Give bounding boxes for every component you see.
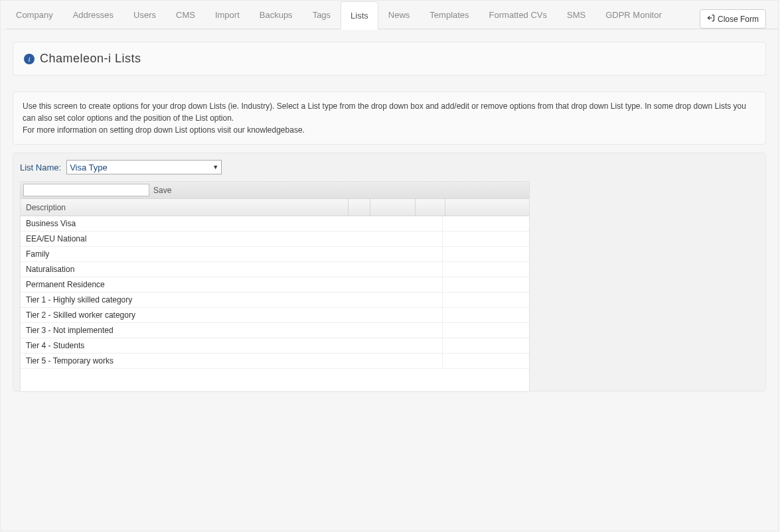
tab-label: Lists [351, 11, 368, 21]
tab-backups[interactable]: Backups [250, 1, 303, 29]
chevron-down-icon: ▼ [212, 164, 218, 170]
tab-label: Templates [429, 10, 469, 20]
list-name-value: Visa Type [70, 163, 108, 172]
table-row[interactable]: Family [21, 247, 529, 262]
tab-users[interactable]: Users [123, 1, 166, 29]
data-rows-container: Business VisaEEA/EU NationalFamilyNatura… [21, 216, 529, 369]
table-row[interactable]: Naturalisation [21, 262, 529, 277]
table-row[interactable]: Tier 1 - Highly skilled category [21, 293, 529, 308]
tab-label: Import [215, 10, 240, 20]
table-row[interactable]: Tier 3 - Not implemented [21, 323, 529, 338]
list-name-label: List Name: [20, 163, 61, 172]
page-title: Chameleon-i Lists [40, 52, 141, 66]
table-row[interactable]: Tier 2 - Skilled worker category [21, 308, 529, 323]
tab-gdpr-monitor[interactable]: GDPR Monitor [595, 1, 672, 29]
tab-formatted-cvs[interactable]: Formatted CVs [479, 1, 557, 29]
table-row[interactable]: EEA/EU National [21, 232, 529, 247]
tab-tags[interactable]: Tags [303, 1, 341, 29]
tab-label: GDPR Monitor [605, 10, 662, 20]
tab-addresses[interactable]: Addresses [63, 1, 123, 29]
column-header-blank-2[interactable] [370, 199, 416, 216]
description-cell: Tier 3 - Not implemented [21, 323, 443, 338]
grid-toolbar: Save [21, 182, 529, 199]
tab-label: Company [16, 10, 53, 20]
table-row[interactable]: Business Visa [21, 216, 529, 232]
tab-cms[interactable]: CMS [166, 1, 205, 29]
list-name-select[interactable]: Visa Type ▼ [66, 160, 222, 174]
content-panel: List Name: Visa Type ▼ Save Description … [13, 153, 766, 391]
column-header-blank-3[interactable] [416, 199, 445, 216]
tab-sms[interactable]: SMS [557, 1, 595, 29]
description-cell: Tier 2 - Skilled worker category [21, 308, 443, 322]
table-row[interactable]: Permanent Residence [21, 277, 529, 293]
column-header-row: Description [21, 199, 529, 216]
description-cell: Family [21, 247, 443, 261]
description-cell: EEA/EU National [21, 232, 443, 246]
tab-news[interactable]: News [378, 1, 420, 29]
description-cell: Naturalisation [21, 262, 443, 277]
save-button[interactable]: Save [153, 186, 171, 195]
tab-label: CMS [176, 10, 195, 20]
logout-icon [707, 14, 715, 24]
close-form-button[interactable]: Close Form [700, 9, 766, 29]
page-title-panel: i Chameleon-i Lists [13, 42, 766, 76]
description-cell: Tier 4 - Students [21, 338, 443, 353]
description-cell: Permanent Residence [21, 277, 443, 292]
tab-company[interactable]: Company [6, 1, 63, 29]
tab-label: Tags [313, 10, 331, 20]
description-cell: Tier 1 - Highly skilled category [21, 293, 443, 307]
close-form-label: Close Form [718, 15, 759, 24]
column-header-description[interactable]: Description [21, 199, 349, 216]
intro-text-line2: For more information on setting drop dow… [23, 124, 756, 136]
tab-label: Addresses [73, 10, 114, 20]
description-cell: Business Visa [21, 216, 443, 231]
tab-label: News [388, 10, 410, 20]
info-icon: i [24, 54, 35, 64]
tab-templates[interactable]: Templates [420, 1, 479, 29]
column-header-blank-1[interactable] [349, 199, 370, 216]
intro-text-line1: Use this screen to create options for yo… [23, 100, 756, 124]
tab-import[interactable]: Import [205, 1, 250, 29]
list-grid: Save Description Business VisaEEA/EU Nat… [20, 181, 530, 392]
tab-label: Users [133, 10, 156, 20]
table-row[interactable]: Tier 4 - Students [21, 338, 529, 354]
new-item-input[interactable] [23, 184, 149, 196]
tab-label: Formatted CVs [489, 10, 547, 20]
intro-panel: Use this screen to create options for yo… [13, 92, 766, 145]
tab-label: SMS [567, 10, 585, 20]
tab-strip: CompanyAddressesUsersCMSImportBackupsTag… [6, 1, 778, 29]
tab-lists[interactable]: Lists [341, 1, 378, 30]
description-cell: Tier 5 - Temporary works [21, 354, 443, 368]
column-header-blank-4[interactable] [445, 199, 529, 216]
tab-label: Backups [260, 10, 293, 20]
table-row[interactable]: Tier 5 - Temporary works [21, 354, 529, 369]
